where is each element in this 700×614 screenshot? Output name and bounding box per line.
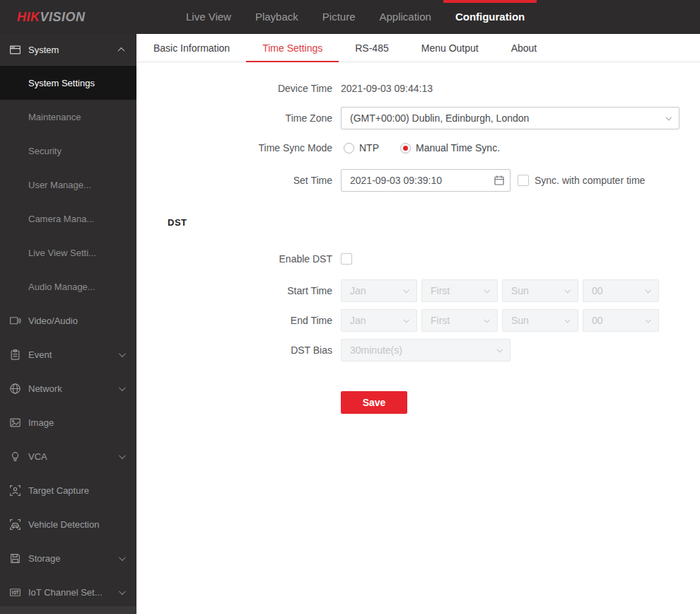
nav-label: Picture xyxy=(322,11,356,23)
sidebar-item-user-management[interactable]: User Manage... xyxy=(0,168,136,202)
time-settings-form: Device Time 2021-09-03 09:44:13 Time Zon… xyxy=(136,81,700,414)
chevron-down-icon xyxy=(119,588,126,595)
chevron-down-icon xyxy=(665,115,671,120)
sidebar-item-security[interactable]: Security xyxy=(0,134,136,168)
dst-bias-select[interactable]: 30minute(s) xyxy=(341,339,511,361)
sync-with-computer-checkbox[interactable] xyxy=(518,175,529,186)
tab-basic-information[interactable]: Basic Information xyxy=(137,34,246,62)
end-week-select[interactable]: First xyxy=(421,309,498,332)
nav-picture[interactable]: Picture xyxy=(310,0,368,34)
end-week-value: First xyxy=(431,315,450,326)
set-time-input[interactable] xyxy=(341,169,511,192)
start-time-label: Start Time xyxy=(136,285,332,296)
sidebar-item-iot-channel-settings[interactable]: IoT Channel Set... xyxy=(0,575,136,609)
tab-about[interactable]: About xyxy=(495,34,554,62)
dst-section-heading: DST xyxy=(168,217,700,228)
sidebar-item-video-audio[interactable]: Video/Audio xyxy=(0,303,136,337)
dst-bias-value: 30minute(s) xyxy=(350,344,402,356)
nav-label: Application xyxy=(380,11,431,23)
chevron-down-icon xyxy=(496,347,502,352)
sidebar-item-vehicle-detection[interactable]: Vehicle Detection xyxy=(0,507,136,541)
sidebar-item-label: Image xyxy=(28,417,54,428)
dst-bias-row: DST Bias 30minute(s) xyxy=(136,339,700,361)
end-time-label: End Time xyxy=(136,315,332,326)
start-day-value: Sun xyxy=(511,285,529,296)
device-time-label: Device Time xyxy=(136,83,332,94)
save-button[interactable]: Save xyxy=(341,391,407,414)
sidebar-item-target-capture[interactable]: Target Capture xyxy=(0,473,136,507)
sidebar-item-label: Event xyxy=(28,349,52,360)
sidebar-item-live-view-settings[interactable]: Live View Setti... xyxy=(0,236,136,270)
sidebar-bottom-strip xyxy=(0,606,136,614)
nav-playback[interactable]: Playback xyxy=(243,0,310,34)
start-week-value: First xyxy=(431,285,450,296)
tab-bar: Basic Information Time Settings RS-485 M… xyxy=(136,34,700,62)
video-audio-icon xyxy=(9,315,21,327)
tab-label: Time Settings xyxy=(262,42,322,54)
active-tab-underline xyxy=(246,61,339,62)
sidebar-item-system-settings[interactable]: System Settings xyxy=(0,66,136,100)
enable-dst-checkbox[interactable] xyxy=(341,253,352,265)
sidebar-item-label: User Manage... xyxy=(28,180,91,190)
sidebar-item-label: Video/Audio xyxy=(28,315,78,326)
chevron-down-icon xyxy=(119,384,126,391)
end-day-select[interactable]: Sun xyxy=(502,309,578,332)
chevron-down-icon xyxy=(119,350,126,357)
start-week-select[interactable]: First xyxy=(421,279,498,302)
sidebar-item-camera-management[interactable]: Camera Mana... xyxy=(0,202,136,236)
end-hour-value: 00 xyxy=(592,315,603,326)
calendar-icon[interactable] xyxy=(494,175,505,186)
sidebar-item-label: Audio Manage... xyxy=(28,282,95,292)
sidebar-item-label: Live View Setti... xyxy=(28,248,96,258)
save-row: Save xyxy=(136,391,700,414)
device-time-row: Device Time 2021-09-03 09:44:13 xyxy=(136,81,700,95)
event-icon xyxy=(9,349,21,361)
end-hour-select[interactable]: 00 xyxy=(583,309,659,332)
ntp-radio[interactable] xyxy=(344,143,354,154)
ntp-radio-group: NTP xyxy=(344,142,379,154)
tab-time-settings[interactable]: Time Settings xyxy=(246,34,339,62)
nav-configuration[interactable]: Configuration xyxy=(443,0,537,34)
sidebar-item-image[interactable]: Image xyxy=(0,405,136,439)
manual-time-sync-radio[interactable] xyxy=(400,143,411,154)
end-month-select[interactable]: Jan xyxy=(341,309,417,332)
ntp-radio-label: NTP xyxy=(359,142,379,154)
set-time-label: Set Time xyxy=(136,175,332,186)
main-content: Basic Information Time Settings RS-485 M… xyxy=(136,34,700,614)
time-zone-selected-value: (GMT+00:00) Dublin, Edinburgh, London xyxy=(350,112,529,124)
sidebar-item-label: Vehicle Detection xyxy=(28,519,99,530)
set-time-field-wrap xyxy=(341,169,511,192)
start-hour-select[interactable]: 00 xyxy=(583,279,659,302)
sidebar-item-label: System xyxy=(28,45,59,55)
chevron-down-icon xyxy=(484,287,489,293)
tab-rs-485[interactable]: RS-485 xyxy=(339,34,404,62)
sidebar-item-audio-management[interactable]: Audio Manage... xyxy=(0,270,136,303)
logo-vision: VISION xyxy=(40,10,86,24)
sidebar-item-network[interactable]: Network xyxy=(0,371,136,405)
top-bar: HIKVISION Live View Playback Picture App… xyxy=(0,0,700,34)
storage-icon xyxy=(9,552,21,564)
start-day-select[interactable]: Sun xyxy=(502,279,578,302)
image-icon xyxy=(9,417,21,429)
dst-bias-label: DST Bias xyxy=(136,344,332,356)
tab-label: RS-485 xyxy=(355,42,388,54)
sidebar-item-label: Security xyxy=(28,146,62,156)
sidebar-item-event[interactable]: Event xyxy=(0,337,136,371)
iot-channel-icon xyxy=(9,586,21,598)
sidebar-item-label: Network xyxy=(28,383,62,394)
time-sync-mode-label: Time Sync Mode xyxy=(136,142,332,154)
sidebar-item-label: Camera Mana... xyxy=(28,214,94,224)
network-icon xyxy=(9,383,21,395)
vehicle-detection-icon xyxy=(9,519,21,531)
sidebar-item-vca[interactable]: VCA xyxy=(0,439,136,473)
start-month-select[interactable]: Jan xyxy=(341,279,417,302)
vca-icon xyxy=(9,451,21,463)
tab-menu-output[interactable]: Menu Output xyxy=(405,34,495,62)
time-zone-select[interactable]: (GMT+00:00) Dublin, Edinburgh, London xyxy=(341,107,679,129)
sidebar-item-maintenance[interactable]: Maintenance xyxy=(0,100,136,134)
nav-live-view[interactable]: Live View xyxy=(174,0,243,34)
sidebar-item-label: IoT Channel Set... xyxy=(28,587,103,598)
sidebar-item-storage[interactable]: Storage xyxy=(0,541,136,575)
sidebar-item-system[interactable]: System xyxy=(0,34,136,66)
nav-application[interactable]: Application xyxy=(368,0,443,34)
